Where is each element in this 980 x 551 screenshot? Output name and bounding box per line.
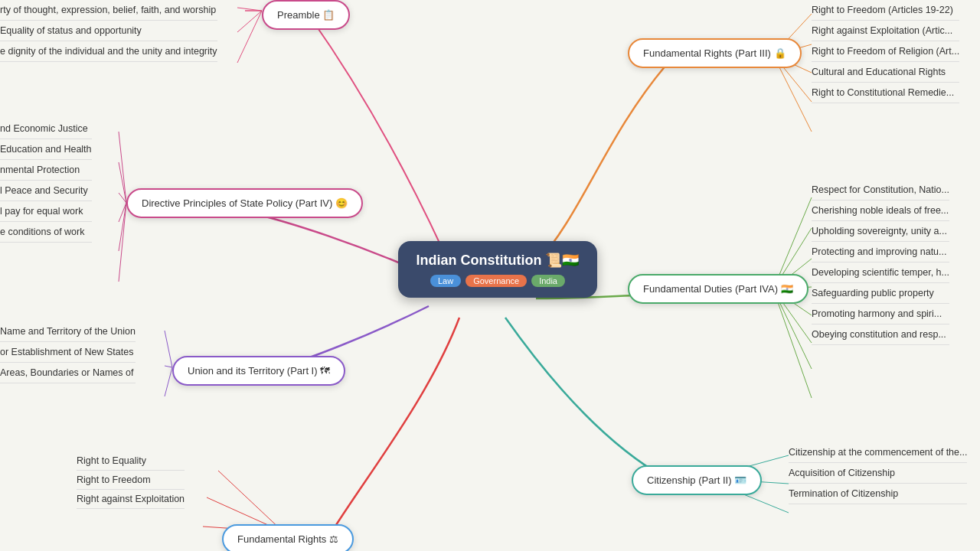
citizenship-node-label[interactable]: Citizenship (Part II) 🪪 [632,465,762,495]
duty-leaf-1: Respect for Constitution, Natio... [812,180,949,201]
svg-line-2 [237,11,262,32]
citizenship-leaf-1: Citizenship at the commencement of the..… [789,442,967,463]
duty-leaf-4: Protecting and improving natu... [812,242,949,262]
central-tags: Law Governance India [413,275,582,287]
svg-line-10 [165,331,172,367]
central-title: Indian Constitution 📜🇮🇳 [413,252,582,269]
svg-line-9 [119,203,126,282]
preamble-leaves: rty of thought, expression, belief, fait… [0,0,217,62]
fr2-leaf-1: Right to Equality [77,452,185,471]
fundamental-rights-leaves: Right to Freedom (Articles 19-22) Right … [812,0,959,103]
central-node: Indian Constitution 📜🇮🇳 Law Governance I… [398,241,597,298]
duties-branch[interactable]: Fundamental Duties (Part IVA) 🇮🇳 [628,274,808,304]
duty-leaf-7: Promoting harmony and spiri... [812,304,949,324]
directive-leaf-1: nd Economic Justice [0,119,92,139]
directive-leaves: nd Economic Justice Education and Health… [0,119,92,243]
duties-leaves: Respect for Constitution, Natio... Cheri… [812,180,949,345]
fr-leaf-1: Right to Freedom (Articles 19-22) [812,0,959,21]
fr-leaf-4: Cultural and Educational Rights [812,62,959,83]
fr-leaf-5: Right to Constitutional Remedie... [812,83,959,103]
duty-leaf-8: Obeying constitution and resp... [812,324,949,345]
directive-leaf-3: nmental Protection [0,160,92,181]
duty-leaf-6: Safeguarding public property [812,283,949,304]
directive-leaf-6: e conditions of work [0,222,92,243]
preamble-node-label[interactable]: Preamble 📋 [262,0,350,30]
svg-line-29 [218,471,283,532]
fr2-leaf-2: Right to Freedom [77,471,185,490]
svg-line-7 [119,203,126,222]
preamble-leaf-2: Equality of status and opportunity [0,21,217,41]
union-leaves: Name and Territory of the Union or Estab… [0,321,136,383]
fr-leaf-2: Right against Exploitation (Artic... [812,21,959,41]
directive-leaf-5: l pay for equal work [0,201,92,222]
svg-line-1 [237,8,262,11]
union-leaf-2: or Establishment of New States [0,342,136,363]
union-leaf-1: Name and Territory of the Union [0,321,136,342]
union-branch[interactable]: Union and its Territory (Part I) 🗺 [172,356,345,386]
svg-line-6 [119,193,126,203]
svg-line-5 [119,162,126,203]
directive-leaf-2: Education and Health [0,139,92,160]
directive-branch[interactable]: Directive Principles of State Policy (Pa… [126,188,363,218]
tag-law[interactable]: Law [430,275,461,287]
duty-leaf-5: Developing scientific temper, h... [812,262,949,283]
preamble-leaf-1: rty of thought, expression, belief, fait… [0,0,217,21]
citizenship-leaf-2: Acquisition of Citizenship [789,463,967,484]
fundamental-rights-branch[interactable]: Fundamental Rights (Part III) 🔒 [628,38,802,68]
preamble-leaf-3: e dignity of the individual and the unit… [0,41,217,62]
union-node-label[interactable]: Union and its Territory (Part I) 🗺 [172,356,345,386]
tag-india[interactable]: India [531,275,565,287]
svg-line-12 [165,367,172,396]
directive-leaf-4: l Peace and Security [0,181,92,201]
fundamental-rights2-leaves: Right to Equality Right to Freedom Right… [77,452,185,509]
svg-line-25 [773,289,812,398]
citizenship-leaf-3: Termination of Citizenship [789,484,967,504]
svg-line-8 [119,203,126,251]
svg-line-11 [165,366,172,367]
svg-line-4 [119,132,126,203]
duties-node-label[interactable]: Fundamental Duties (Part IVA) 🇮🇳 [628,274,808,304]
duty-leaf-2: Cherishing noble ideals of free... [812,201,949,221]
tag-governance[interactable]: Governance [466,275,527,287]
fr-leaf-3: Right to Freedom of Religion (Art... [812,41,959,62]
directive-node-label[interactable]: Directive Principles of State Policy (Pa… [126,188,363,218]
svg-line-3 [237,11,262,63]
fundamental-rights2-branch[interactable]: Fundamental Rights ⚖ [222,524,354,551]
duty-leaf-3: Upholding sovereignty, unity a... [812,221,949,242]
fundamental-rights2-node-label[interactable]: Fundamental Rights ⚖ [222,524,354,551]
preamble-branch[interactable]: Preamble 📋 [262,0,350,30]
fundamental-rights-node-label[interactable]: Fundamental Rights (Part III) 🔒 [628,38,802,68]
citizenship-leaves: Citizenship at the commencement of the..… [789,442,967,504]
fr2-leaf-3: Right against Exploitation [77,490,185,509]
union-leaf-3: Areas, Boundaries or Names of [0,363,136,383]
citizenship-branch[interactable]: Citizenship (Part II) 🪪 [632,465,762,495]
